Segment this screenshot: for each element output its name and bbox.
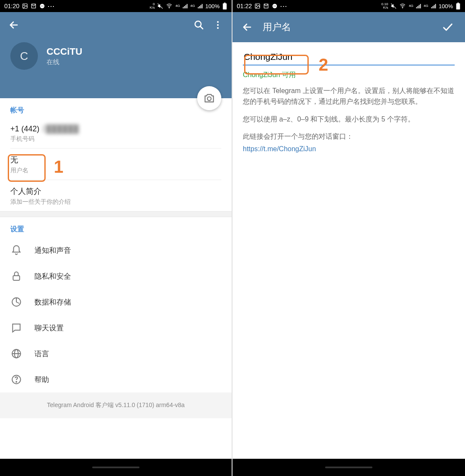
svg-rect-14 [200,5,201,9]
battery-percent: 100% [439,3,453,9]
profile-link[interactable]: https://t.me/ChongZiJun [243,145,316,152]
svg-point-29 [16,382,17,383]
input-underline [243,65,455,65]
svg-point-7 [169,8,170,8]
svg-rect-17 [223,3,227,9]
username-input[interactable]: ChongZiJun [243,49,293,65]
android-navbar [232,459,465,476]
status-bar: 01:20 ··· 0 K/s 4G 4G 100% [0,0,232,12]
svg-rect-13 [199,6,200,8]
svg-rect-47 [456,3,460,9]
globe-icon [10,348,22,360]
svg-rect-15 [202,4,202,8]
svg-rect-45 [435,4,436,8]
svg-point-22 [217,27,219,29]
back-button[interactable] [239,19,255,35]
settings-chat-label: 聊天设置 [34,323,64,333]
svg-rect-9 [184,6,185,8]
page-title: 用户名 [263,21,291,34]
svg-point-33 [273,6,274,6]
network-type-1: 4G [409,4,413,8]
battery-percent: 100% [205,3,220,9]
svg-rect-41 [420,4,421,8]
mute-icon [157,3,163,9]
settings-notifications[interactable]: 通知和声音 [0,237,232,263]
svg-rect-46 [457,3,459,3]
help-text-3: 此链接会打开一个与您的对话窗口： [243,131,455,142]
svg-point-37 [403,8,403,8]
username-value: 无 [10,155,221,165]
avatar[interactable]: C [10,42,38,70]
settings-privacy-label: 隐私和安全 [34,271,71,281]
svg-rect-8 [183,7,184,8]
search-button[interactable] [189,16,208,34]
settings-language[interactable]: 语言 [0,341,232,367]
network-type-1: 4G [175,4,180,8]
battery-icon [222,3,227,9]
bell-icon [10,244,22,256]
help-text-2: 您可以使用 a–z、0–9 和下划线。最小长度为 5 个字符。 [243,114,455,125]
status-time: 01:22 [237,3,252,9]
settings-privacy[interactable]: 隐私和安全 [0,263,232,289]
svg-rect-24 [13,276,19,280]
version-footer: Telegram Android 客户端 v5.11.0 (1710) arm6… [0,392,232,418]
network-speed: 0 K/s [150,3,155,9]
username-label: 用户名 [10,167,221,174]
data-icon [10,296,22,308]
settings-language-label: 语言 [34,349,49,359]
mail-icon [31,3,37,9]
username-card: ChongZiJun ChongZiJun 可用 您可以在 Telegram 上… [232,42,465,165]
signal-icon-1 [416,3,421,9]
content-scroll[interactable]: 帐号 +1 (442) 2██████ 手机号码 无 用户名 个人简介 添加一些… [0,98,232,459]
settings-notifications-label: 通知和声音 [34,246,71,255]
phone-label: 手机号码 [10,135,221,143]
network-type-2: 4G [424,4,428,8]
battery-icon [456,3,461,9]
status-bar: 01:22 ··· 0.10 K/s 4G 4G 100% [232,0,465,12]
confirm-button[interactable] [437,17,458,37]
mail-icon [263,3,269,9]
phone-value: +1 (442) 2██████ [10,124,221,134]
network-type-2: 4G [190,4,195,8]
bio-label: 添加一些关于你的介绍 [10,198,221,206]
profile-status: 在线 [46,58,82,66]
lock-icon [10,270,22,282]
settings-data[interactable]: 数据和存储 [0,289,232,315]
svg-point-3 [41,6,41,6]
settings-chat[interactable]: 聊天设置 [0,315,232,341]
svg-point-31 [256,5,257,6]
wifi-icon [399,3,406,9]
svg-point-34 [274,6,275,6]
signal-icon-2 [431,3,436,9]
svg-line-19 [200,26,203,29]
phone-row[interactable]: +1 (442) 2██████ 手机号码 [0,118,232,148]
avatar-letter: C [20,50,28,63]
image-icon [254,3,260,9]
set-photo-button[interactable] [197,86,221,110]
back-button[interactable] [4,16,23,34]
bio-row[interactable]: 个人简介 添加一些关于你的介绍 [0,180,232,211]
svg-rect-11 [187,4,188,8]
settings-screen: 01:20 ··· 0 K/s 4G 4G 100% [0,0,232,476]
mute-icon [391,3,397,9]
network-speed: 0.10 K/s [381,3,388,9]
help-icon [10,373,22,386]
username-row[interactable]: 无 用户名 [0,149,232,180]
android-navbar [0,459,232,476]
bio-value: 个人简介 [10,186,221,196]
signal-icon-2 [198,3,203,9]
svg-point-1 [24,5,25,6]
settings-data-label: 数据和存储 [34,297,71,307]
username-edit-screen: 01:22 ··· 0.10 K/s 4G 4G 100% 用户名 [232,0,465,476]
more-notifications-icon: ··· [280,3,288,9]
settings-help[interactable]: 帮助 [0,367,232,392]
signal-icon-1 [183,3,188,9]
svg-rect-42 [431,7,432,8]
chat-bubble-icon [272,3,278,9]
svg-rect-16 [224,3,226,3]
svg-point-4 [42,6,42,6]
status-time: 01:20 [4,3,19,9]
username-header: 用户名 [232,12,465,42]
more-menu-button[interactable] [208,16,227,34]
svg-point-23 [208,97,211,101]
